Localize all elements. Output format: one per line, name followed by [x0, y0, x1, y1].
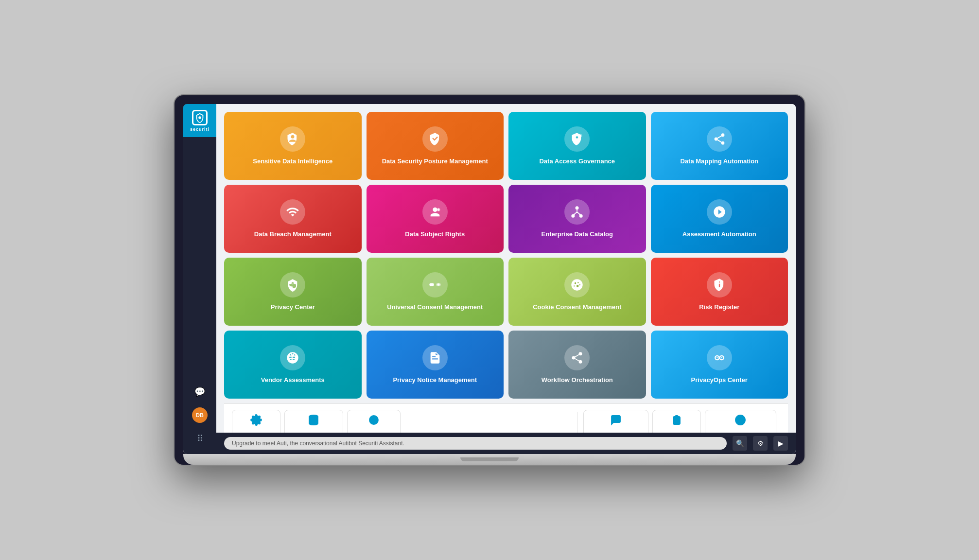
svg-point-12 [574, 285, 575, 286]
tile-data-subject-rights[interactable]: Data Subject Rights [367, 185, 504, 253]
svg-point-15 [579, 352, 582, 355]
quick-link-settings[interactable]: Settings [232, 410, 280, 433]
settings-icon [250, 414, 262, 429]
tile-label-sensitive: Sensitive Data Intelligence [253, 158, 332, 166]
tile-label-breach: Data Breach Management [254, 230, 332, 239]
quick-links-bar: Settings Data Systems [224, 403, 788, 433]
filter-bottom-icon[interactable]: ⚙ [753, 436, 768, 451]
svg-point-3 [576, 206, 579, 210]
chat-icon[interactable]: 💬 [192, 384, 208, 400]
tile-enterprise-data-catalog[interactable]: Enterprise Data Catalog [508, 185, 646, 253]
tile-workflow-orchestration[interactable]: Workflow Orchestration [508, 331, 646, 399]
tile-cookie-consent[interactable]: Cookie Consent Management [508, 258, 646, 326]
tiles-area: Sensitive Data Intelligence Data Securit… [216, 104, 796, 433]
svg-point-17 [579, 360, 582, 363]
deployment-icon [368, 414, 380, 429]
tile-privacy-notice[interactable]: Privacy Notice Management [367, 331, 504, 399]
screen: securiti 💬 DB ⠿ Sensitive Data Intellige… [183, 104, 796, 454]
tile-label-assessment: Assessment Automation [682, 230, 756, 239]
user-avatar[interactable]: DB [192, 407, 208, 423]
tile-icon-dspm [422, 126, 448, 152]
tile-sensitive-data-intelligence[interactable]: Sensitive Data Intelligence [224, 112, 362, 180]
tile-icon-privacyops [707, 345, 732, 370]
grid-icon[interactable]: ⠿ [192, 431, 208, 446]
tile-risk-register[interactable]: Risk Register [651, 258, 788, 326]
tile-label-dsr: Data Subject Rights [405, 230, 465, 239]
quick-link-deployment[interactable]: Deployment [347, 410, 401, 433]
svg-point-21 [721, 357, 722, 358]
svg-point-20 [717, 357, 717, 358]
svg-point-24 [373, 420, 374, 420]
tile-icon-breach [280, 199, 305, 225]
tile-icon-vendor [280, 345, 305, 370]
tile-icon-assessment [707, 199, 732, 225]
tile-label-vendor: Vendor Assessments [261, 376, 325, 385]
tile-icon-cookie [564, 272, 590, 298]
tile-label-mapping: Data Mapping Automation [680, 158, 758, 166]
tile-label-consent: Universal Consent Management [387, 303, 483, 312]
sidebar: securiti 💬 DB ⠿ [183, 104, 216, 454]
tile-icon-edc [564, 199, 590, 225]
tile-icon-dag [564, 126, 590, 152]
bottom-bar: Upgrade to meet Auti, the conversational… [216, 433, 796, 454]
svg-rect-6 [429, 283, 434, 286]
svg-point-8 [437, 283, 439, 286]
tile-label-edc: Enterprise Data Catalog [542, 230, 613, 239]
tile-icon-notice [422, 345, 448, 370]
svg-point-14 [579, 284, 580, 285]
data-systems-icon [308, 414, 319, 429]
svg-point-13 [577, 285, 579, 287]
tile-icon-sensitive [280, 126, 305, 152]
tile-label-dspm: Data Security Posture Management [382, 158, 488, 166]
quick-link-message-center[interactable]: Message Center [583, 410, 648, 433]
app-logo[interactable]: securiti [183, 104, 216, 137]
quick-link-knowledge-center[interactable]: Knowledge Center [705, 410, 776, 433]
main-content: Sensitive Data Intelligence Data Securit… [216, 104, 796, 454]
tile-icon-consent [422, 272, 448, 298]
laptop-bottom [183, 454, 796, 465]
bottom-icons: 🔍 ⚙ ▶ [733, 436, 788, 451]
laptop-frame: securiti 💬 DB ⠿ Sensitive Data Intellige… [174, 94, 805, 466]
tile-icon-risk [707, 272, 732, 298]
search-bottom-icon[interactable]: 🔍 [733, 436, 747, 451]
audit-log-icon [671, 414, 682, 429]
tile-label-cookie: Cookie Consent Management [533, 303, 621, 312]
tile-data-mapping[interactable]: Data Mapping Automation [651, 112, 788, 180]
tile-icon-workflow [564, 345, 590, 370]
quick-links-divider [577, 412, 577, 433]
tile-label-risk: Risk Register [699, 303, 739, 312]
tile-icon-privacy [280, 272, 305, 298]
tile-universal-consent[interactable]: Universal Consent Management [367, 258, 504, 326]
svg-point-10 [575, 282, 577, 284]
tile-assessment-automation[interactable]: Assessment Automation [651, 185, 788, 253]
tile-icon-mapping [707, 126, 732, 152]
svg-point-11 [577, 282, 578, 283]
laptop-notch [460, 457, 519, 461]
logo-icon [192, 110, 208, 125]
tile-label-privacy: Privacy Center [271, 303, 315, 312]
tile-label-privacyops: PrivacyOps Center [691, 376, 748, 385]
tile-label-dag: Data Access Governance [539, 158, 615, 166]
quick-links-right: Message Center Audit [583, 410, 780, 433]
svg-point-9 [572, 279, 583, 290]
svg-rect-25 [675, 416, 678, 418]
svg-point-16 [572, 356, 576, 359]
tile-data-security-posture[interactable]: Data Security Posture Management [367, 112, 504, 180]
tiles-grid: Sensitive Data Intelligence Data Securit… [224, 112, 788, 399]
tile-privacy-center[interactable]: Privacy Center [224, 258, 362, 326]
message-center-icon [610, 414, 622, 429]
tile-label-workflow: Workflow Orchestration [542, 376, 613, 385]
play-bottom-icon[interactable]: ▶ [773, 436, 788, 451]
logo-text: securiti [190, 127, 210, 132]
tile-privacyops-center[interactable]: PrivacyOps Center [651, 331, 788, 399]
tile-data-breach[interactable]: Data Breach Management [224, 185, 362, 253]
svg-point-0 [198, 116, 201, 119]
quick-link-audit-log[interactable]: Audit Log [652, 410, 701, 433]
tile-vendor-assessments[interactable]: Vendor Assessments [224, 331, 362, 399]
sidebar-bottom: 💬 DB ⠿ [192, 384, 208, 454]
quick-links-left: Settings Data Systems [232, 410, 571, 433]
quick-link-data-systems[interactable]: Data Systems [284, 410, 343, 433]
tile-data-access-governance[interactable]: Data Access Governance [508, 112, 646, 180]
chat-bubble[interactable]: Upgrade to meet Auti, the conversational… [224, 437, 727, 450]
knowledge-center-icon [734, 414, 746, 429]
